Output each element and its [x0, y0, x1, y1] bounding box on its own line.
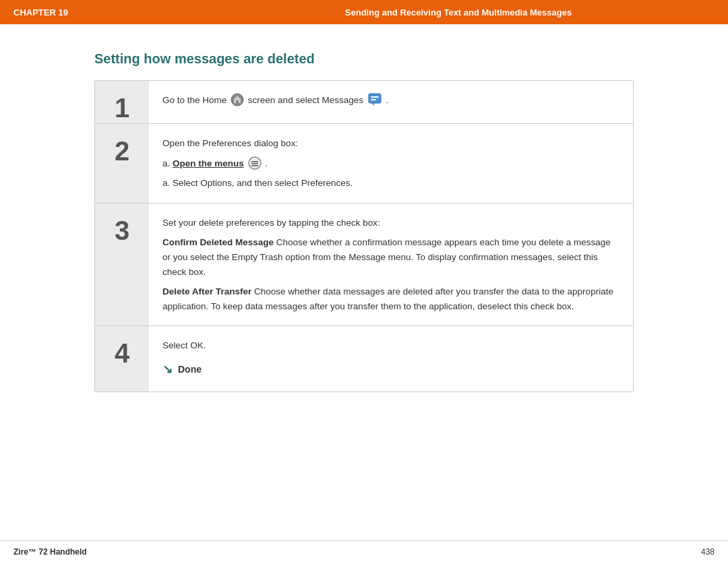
header-title: Sending and Receiving Text and Multimedi… [202, 7, 715, 18]
step-content-3: Set your delete preferences by tapping t… [149, 204, 633, 326]
step-number-4: 4 [95, 326, 149, 391]
steps-container: 1 Go to the Home screen and select Messa… [94, 80, 634, 392]
step3-line1: Set your delete preferences by tapping t… [162, 216, 617, 230]
step-number-1: 1 [95, 81, 149, 123]
step2-line1: Open the Preferences dialog box: [162, 136, 617, 151]
footer-page-number: 438 [701, 547, 715, 557]
step1-text-before: Go to the Home [162, 95, 226, 105]
step2-line3-text: Select Options, and then select Preferen… [173, 178, 353, 188]
step-2: 2 Open the Preferences dialog box: a. Op… [95, 124, 633, 204]
svg-rect-8 [251, 161, 258, 162]
footer-brand-text: Zire™ 72 Handheld [13, 547, 87, 557]
svg-marker-6 [371, 103, 374, 106]
step-content-4: Select OK. ↘ Done [149, 326, 633, 391]
home-icon [231, 93, 244, 106]
svg-rect-9 [251, 163, 258, 164]
page-title: Setting how messages are deleted [94, 51, 634, 67]
svg-rect-5 [371, 99, 376, 100]
svg-rect-10 [251, 165, 258, 166]
step-content-2: Open the Preferences dialog box: a. Open… [149, 124, 633, 203]
svg-rect-2 [236, 100, 239, 103]
chapter-label: CHAPTER 19 [13, 7, 202, 18]
step-3: 3 Set your delete preferences by tapping… [95, 204, 633, 327]
menu-icon [248, 156, 262, 170]
footer-brand: Zire™ 72 Handheld [13, 547, 87, 557]
step-number-3: 3 [95, 204, 149, 326]
done-label: Done [178, 362, 202, 377]
svg-rect-4 [371, 96, 379, 98]
done-icon: ↘ [162, 360, 173, 379]
step-4: 4 Select OK. ↘ Done [95, 326, 633, 391]
step2-a-prefix: a. [162, 158, 173, 168]
svg-rect-3 [369, 94, 381, 103]
step1-text-after: screen and select Messages [248, 95, 363, 105]
step-1: 1 Go to the Home screen and select Messa… [95, 81, 633, 124]
open-menus-link[interactable]: Open the menus [173, 158, 244, 168]
step1-period: . [386, 95, 388, 105]
confirm-term: Confirm Deleted Message [162, 237, 274, 247]
step-content-1: Go to the Home screen and select Message… [149, 81, 633, 123]
main-content: Setting how messages are deleted 1 Go to… [0, 24, 728, 406]
step4-line1: Select OK. [162, 338, 617, 353]
header-bar: CHAPTER 19 Sending and Receiving Text an… [0, 0, 728, 24]
footer: Zire™ 72 Handheld 438 [0, 540, 728, 562]
step2-a2-prefix: a. [162, 178, 173, 188]
delete-term: Delete After Transfer [162, 286, 251, 296]
done-line: ↘ Done [162, 360, 617, 379]
step2-suffix: . [265, 158, 268, 168]
messages-icon [367, 92, 382, 107]
step-number-2: 2 [95, 124, 149, 203]
